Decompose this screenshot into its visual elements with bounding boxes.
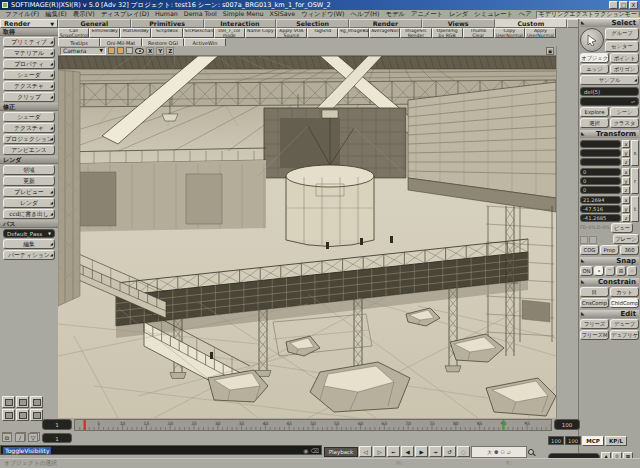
select-group-button[interactable]: グループ (605, 28, 639, 40)
playback-menu-button[interactable]: Playback (324, 447, 358, 457)
layout-preset-button[interactable] (16, 396, 29, 408)
edit-button[interactable]: デュープ (610, 319, 639, 329)
snap-mode-icon[interactable]: ⌒ (605, 266, 615, 276)
menu-item[interactable]: ファイル(F) (2, 10, 42, 19)
axis-toggle-x[interactable]: x (622, 168, 630, 176)
transform-r-y-field[interactable]: 0 (580, 177, 621, 185)
select-center-button[interactable]: センター (605, 41, 639, 53)
shelf-button[interactable]: ScriptBox (151, 28, 182, 38)
axis-toggle-z[interactable]: z (622, 158, 630, 166)
go-to-start-button[interactable]: ⯬ (387, 446, 400, 457)
shelf-button[interactable]: TagGrid (307, 28, 338, 38)
snap-mode-icon[interactable]: ⁘ (627, 266, 637, 276)
selection-button[interactable]: 選択 (580, 118, 609, 128)
transform-plane-button[interactable]: プレーン (613, 234, 639, 244)
select-edge-button[interactable]: エッジ (580, 64, 609, 74)
layout-preset-button[interactable] (30, 409, 43, 421)
tab-interaction[interactable]: Interaction (204, 19, 277, 28)
axis-y-button[interactable]: Y (156, 47, 164, 55)
shelf-button[interactable]: MatUsedBy (120, 28, 151, 38)
viewport-mode-button[interactable] (117, 47, 124, 54)
transform-t-y-field[interactable]: -47.516 (580, 205, 621, 213)
shelf-button[interactable]: Call SnapControl (58, 28, 89, 38)
loop-start-field[interactable]: 1 (42, 433, 72, 443)
shelf-button[interactable]: Thumb Clear (463, 28, 494, 38)
ref-button[interactable]: 360 (620, 245, 639, 255)
menu-item[interactable]: ウィンドウ(W) (298, 10, 347, 19)
shelf-button[interactable]: ImageSrc Render (400, 28, 431, 38)
spinner-icon[interactable]: ▴▾ (631, 99, 635, 104)
menu-item[interactable]: ヘア (516, 10, 535, 19)
frame-back-button[interactable]: ◁ (359, 446, 372, 457)
menu-item[interactable]: 編集(E) (42, 10, 70, 19)
timeline-ruler[interactable]: 5101520253035404550556065707580859095 (74, 419, 552, 431)
constrain-target-button[interactable]: 目 (580, 287, 609, 297)
sidebar-item-レンダ[interactable]: 領域 (3, 165, 55, 175)
menu-item[interactable]: ディスプレイ(D) (98, 10, 152, 19)
viewport-mode-button[interactable] (126, 47, 133, 54)
module-dropdown[interactable]: Render ▼ (0, 19, 58, 28)
shelf-button[interactable]: AverageNormals (369, 28, 400, 38)
shelf-button[interactable]: Name Copy (245, 28, 276, 38)
tab-render[interactable]: Render (349, 19, 422, 28)
trash-icon[interactable]: ▽ (28, 433, 38, 442)
snap-mode-icon[interactable]: • (594, 266, 604, 276)
magnifier-icon[interactable] (528, 449, 534, 455)
sidebar-item-パス[interactable]: 編集◢ (3, 239, 55, 249)
sidebar-item-取得[interactable]: シェーダ◢ (3, 70, 55, 80)
tab-views[interactable]: Views (422, 19, 495, 28)
transform-mode-r-button[interactable]: r (631, 168, 639, 194)
transform-t-z-field[interactable]: -41.2685 (580, 214, 621, 222)
sidebar-item-取得[interactable]: プロパティ◢ (3, 59, 55, 69)
sidebar-item-レンダ[interactable]: 更新 (3, 176, 55, 186)
shelf-button[interactable]: SrcPasschange (183, 28, 214, 38)
layout-preset-button[interactable] (2, 409, 15, 421)
play-backward-button[interactable]: ◀ (401, 446, 414, 457)
transform-r-x-field[interactable]: 0 (580, 168, 621, 176)
sidebar-item-修正[interactable]: プロジェクション◢ (3, 134, 55, 144)
sidebar-item-修正[interactable]: テクスチャ◢ (3, 123, 55, 133)
close-button[interactable]: X (629, 1, 638, 9)
axis-toggle-x[interactable]: x (622, 140, 630, 148)
axis-z-button[interactable]: Z (166, 47, 174, 55)
pass-select-dropdown[interactable]: Default_Pass▼ (3, 229, 55, 238)
cog-button[interactable]: COG (580, 245, 599, 255)
select-tool-button[interactable] (580, 28, 604, 52)
axis-toggle-y[interactable]: y (622, 149, 630, 157)
menu-item[interactable]: ヘルプ(H) (348, 10, 383, 19)
pencil-icon[interactable]: ∕ (15, 433, 25, 442)
display-options-palette[interactable]: 大 ⚉ ⚇ ▱ (471, 446, 527, 458)
frame-forward-button[interactable]: ▷ (373, 446, 386, 457)
command-line[interactable]: ToggleVisibility ◉ ⌫ (0, 445, 322, 455)
loop-button[interactable]: ↺ (443, 446, 456, 457)
tab-primitives[interactable]: Primitives (131, 19, 204, 28)
current-frame-field[interactable]: 1 (42, 419, 72, 430)
menu-item[interactable]: XSISave (267, 10, 299, 19)
transform-mode-t-button[interactable]: t (631, 196, 639, 222)
edit-button[interactable]: デュプリケート (610, 330, 639, 340)
cluster-button[interactable]: クラスタ (610, 118, 639, 128)
shelf-button[interactable]: OpenImg by RGB (432, 28, 463, 38)
command-clear-icon[interactable]: ⌫ (311, 447, 319, 454)
menu-item[interactable]: アニメート (408, 10, 446, 19)
axis-toggle-y[interactable]: y (622, 205, 630, 213)
shelf-button[interactable]: ElmUsedBy (89, 28, 120, 38)
cnscomp-button[interactable]: CnsComp (580, 298, 609, 308)
selection-name-field[interactable]: del(5) (580, 87, 639, 96)
menu-item[interactable]: レンダ (446, 10, 471, 19)
transform-s-x-field[interactable] (580, 140, 621, 148)
tab-general[interactable]: General (58, 19, 131, 28)
layout-preset-button[interactable] (30, 396, 43, 408)
scene-button[interactable]: シーン (610, 107, 639, 117)
mcp-toggle-button[interactable]: MCP (582, 436, 604, 446)
sidebar-item-修正[interactable]: アンビエンス (3, 145, 55, 155)
range-end-field-1[interactable]: 100 (548, 436, 564, 445)
range-end-field-2[interactable]: 100 (565, 436, 581, 445)
viewport-mode-button[interactable] (108, 47, 115, 54)
menu-item[interactable]: モデル (383, 10, 408, 19)
select-object-button[interactable]: オブジェクト (580, 53, 609, 63)
command-history-icon[interactable]: ◉ (303, 447, 308, 454)
axis-x-button[interactable]: X (146, 47, 154, 55)
axis-toggle-x[interactable]: x (622, 196, 630, 204)
shelf-button[interactable]: Del_T_col mode (214, 28, 245, 38)
